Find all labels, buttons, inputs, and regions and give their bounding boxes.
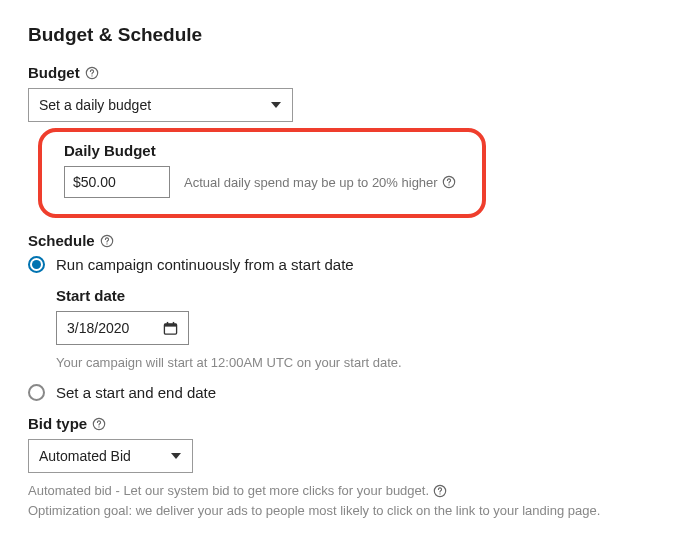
bid-hint1-row: Automated bid - Let our system bid to ge… <box>28 481 672 501</box>
section-title: Budget & Schedule <box>28 24 672 46</box>
chevron-down-icon <box>270 99 282 111</box>
daily-budget-label: Daily Budget <box>64 142 468 159</box>
svg-point-13 <box>439 493 440 494</box>
svg-rect-8 <box>167 321 169 324</box>
help-icon[interactable] <box>100 234 114 248</box>
svg-point-5 <box>106 243 107 244</box>
schedule-option-range-label: Set a start and end date <box>56 384 216 401</box>
bid-type-select[interactable]: Automated Bid <box>28 439 193 473</box>
daily-budget-input[interactable] <box>64 166 170 198</box>
bid-label-row: Bid type <box>28 415 672 432</box>
start-date-hint: Your campaign will start at 12:00AM UTC … <box>56 355 672 370</box>
help-icon[interactable] <box>92 417 106 431</box>
help-icon[interactable] <box>85 66 99 80</box>
daily-budget-hint-row: Actual daily spend may be up to 20% high… <box>184 175 456 190</box>
budget-label-row: Budget <box>28 64 672 81</box>
daily-budget-hint: Actual daily spend may be up to 20% high… <box>184 175 438 190</box>
svg-point-11 <box>99 426 100 427</box>
bid-group: Bid type Automated Bid <box>28 415 672 473</box>
radio-checked-icon[interactable] <box>28 256 45 273</box>
start-date-input[interactable]: 3/18/2020 <box>56 311 189 345</box>
daily-budget-highlight: Daily Budget Actual daily spend may be u… <box>38 128 486 218</box>
radio-unchecked-icon[interactable] <box>28 384 45 401</box>
bid-hints: Automated bid - Let our system bid to ge… <box>28 481 672 521</box>
svg-rect-7 <box>164 323 176 326</box>
svg-rect-9 <box>173 321 175 324</box>
start-date-value: 3/18/2020 <box>67 320 129 336</box>
help-icon[interactable] <box>433 484 447 498</box>
calendar-icon <box>163 321 178 336</box>
bid-hint2: Optimization goal: we deliver your ads t… <box>28 501 672 521</box>
chevron-down-icon <box>170 450 182 462</box>
svg-point-3 <box>448 184 449 185</box>
svg-point-1 <box>91 75 92 76</box>
schedule-label-row: Schedule <box>28 232 672 249</box>
help-icon[interactable] <box>442 175 456 189</box>
budget-label: Budget <box>28 64 80 81</box>
schedule-group: Schedule Run campaign continuously from … <box>28 232 672 401</box>
schedule-option-range-row[interactable]: Set a start and end date <box>28 384 672 401</box>
schedule-option-continuous-row[interactable]: Run campaign continuously from a start d… <box>28 256 672 273</box>
budget-type-select[interactable]: Set a daily budget <box>28 88 293 122</box>
budget-type-value: Set a daily budget <box>39 97 151 113</box>
schedule-option-continuous-label: Run campaign continuously from a start d… <box>56 256 354 273</box>
budget-group: Budget Set a daily budget Daily Budget A… <box>28 64 672 218</box>
start-date-label: Start date <box>56 287 672 304</box>
start-date-block: Start date 3/18/2020 Your campaign will … <box>56 287 672 370</box>
daily-budget-row: Actual daily spend may be up to 20% high… <box>64 166 468 198</box>
bid-label: Bid type <box>28 415 87 432</box>
bid-hint1: Automated bid - Let our system bid to ge… <box>28 481 429 501</box>
bid-type-value: Automated Bid <box>39 448 131 464</box>
schedule-label: Schedule <box>28 232 95 249</box>
